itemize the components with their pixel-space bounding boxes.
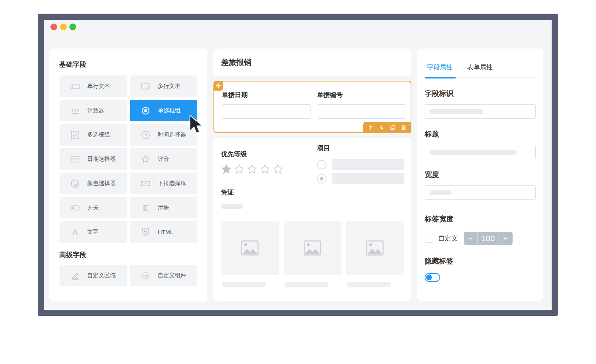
section-title-basic-fields: 基础字段: [59, 60, 207, 69]
single-line-text-icon: [69, 81, 81, 92]
voucher-placeholder: [221, 204, 243, 209]
rating-stars[interactable]: [221, 164, 311, 174]
tab-underline: [425, 77, 536, 78]
radio-option[interactable]: [317, 174, 326, 184]
field-type-single-line-text[interactable]: 单行文本: [60, 75, 127, 97]
option-placeholder: [332, 173, 404, 184]
title-input[interactable]: [425, 145, 536, 159]
field-id-input[interactable]: [425, 104, 536, 119]
stepper-decrease-button[interactable]: −: [464, 232, 477, 245]
radio-icon: [140, 105, 151, 116]
number-input[interactable]: [317, 104, 406, 119]
field-type-rate[interactable]: 评分: [130, 148, 197, 170]
caption-placeholder: [284, 282, 328, 287]
zoom-button[interactable]: [69, 24, 76, 30]
field-type-label: 单选框组: [158, 107, 180, 114]
svg-text:A: A: [72, 228, 78, 236]
input-placeholder: [430, 190, 452, 195]
input-placeholder: [430, 109, 483, 114]
field-type-slider[interactable]: 滑块: [130, 197, 197, 218]
field-type-custom-area[interactable]: 自定义区域: [60, 265, 127, 286]
rating-label: 优先等级: [221, 150, 311, 158]
field-type-select[interactable]: 下拉选择框: [130, 173, 197, 194]
field-type-radio-group[interactable]: 单选框组: [130, 100, 197, 121]
field-type-label: 文字: [87, 228, 99, 235]
field-type-textarea[interactable]: 多行文本: [130, 75, 197, 97]
field-type-label: 下拉选择框: [158, 180, 186, 187]
advanced-fields-grid: 自定义区域 自定义组件: [60, 265, 207, 286]
textarea-icon: [140, 81, 151, 92]
hide-label-toggle[interactable]: [425, 273, 440, 282]
attachment-captions: [221, 282, 404, 287]
properties-tabs: 字段属性 表单属性: [427, 63, 536, 72]
width-input[interactable]: [425, 185, 536, 200]
voucher-label: 凭证: [221, 188, 311, 197]
prop-label-label-width: 标签宽度: [425, 214, 536, 224]
form-title: 差旅报销: [221, 57, 251, 67]
prop-label-title: 标题: [425, 129, 536, 139]
selection-toolbar: [363, 122, 411, 133]
field-label: 单据编号: [317, 91, 406, 99]
stepper-increase-button[interactable]: +: [499, 232, 513, 245]
field-type-label: 颜色选择器: [87, 180, 116, 187]
rating-star: [260, 164, 270, 174]
field-type-html[interactable]: HTML: [130, 221, 197, 243]
prop-label-hide-label: 隐藏标签: [425, 256, 536, 266]
field-type-label: 计数器: [87, 107, 104, 114]
field-type-label: 评分: [158, 155, 169, 163]
svg-text:123: 123: [71, 108, 79, 113]
selected-field-group[interactable]: 单据日期 单据编号: [213, 81, 411, 133]
field-type-color-picker[interactable]: 颜色选择器: [60, 173, 127, 194]
minimize-button[interactable]: [60, 24, 67, 30]
text-icon: A: [69, 226, 81, 238]
select-icon: [140, 178, 151, 189]
move-icon: [216, 83, 221, 88]
prop-label-width: 宽度: [425, 170, 536, 180]
custom-component-icon: [140, 270, 151, 281]
field-type-label: 自定义组件: [158, 272, 186, 279]
radio-option[interactable]: [317, 160, 326, 169]
counter-icon: 123: [69, 105, 81, 116]
caption-placeholder: [347, 282, 391, 287]
drag-handle[interactable]: [213, 81, 223, 91]
move-down-icon[interactable]: [379, 124, 385, 130]
custom-checkbox[interactable]: [425, 234, 433, 243]
field-type-checkbox-group[interactable]: 多选框组: [60, 124, 127, 146]
rating-star: [273, 164, 283, 174]
color-icon: [69, 178, 81, 189]
field-type-date-picker[interactable]: 日期选择器: [60, 148, 127, 170]
stepper-value[interactable]: 100: [477, 232, 499, 245]
field-type-counter[interactable]: 123 计数器: [60, 100, 127, 121]
option-placeholder: [332, 159, 404, 170]
field-library-panel: 基础字段 单行文本 多行文本 123 计数器 单选框组: [49, 49, 207, 301]
tab-field-properties[interactable]: 字段属性: [427, 63, 453, 72]
slider-icon: [140, 202, 151, 213]
rating-star: [234, 164, 245, 174]
properties-panel: 字段属性 表单属性 字段标识 标题 宽度 标签宽度 自定义 − 100 + 隐藏…: [417, 49, 543, 301]
basic-fields-grid: 单行文本 多行文本 123 计数器 单选框组 多选框组: [60, 75, 207, 243]
copy-icon[interactable]: [390, 124, 396, 130]
html-icon: [140, 226, 151, 238]
field-type-switch[interactable]: 开关: [60, 197, 127, 218]
field-type-label: 多行文本: [158, 83, 180, 90]
date-input[interactable]: [222, 104, 311, 119]
checkbox-icon: [69, 129, 81, 141]
picture-icon: [304, 240, 321, 256]
project-option[interactable]: [317, 159, 404, 170]
attachment-thumbnails: [221, 221, 404, 275]
label-width-row: 自定义 − 100 +: [425, 232, 536, 245]
tab-form-properties[interactable]: 表单属性: [467, 63, 493, 72]
project-option[interactable]: [317, 173, 404, 184]
close-button[interactable]: [50, 24, 57, 30]
image-placeholder: [284, 221, 341, 275]
traffic-lights: [50, 24, 76, 30]
field-type-time-picker[interactable]: 时间选择器: [130, 124, 197, 146]
delete-icon[interactable]: [401, 124, 407, 130]
field-type-custom-component[interactable]: 自定义组件: [130, 265, 197, 286]
field-type-text[interactable]: A 文字: [60, 221, 127, 243]
input-placeholder: [430, 150, 517, 155]
project-label: 项目: [317, 144, 404, 152]
move-up-icon[interactable]: [368, 124, 374, 130]
rating-star: [247, 164, 257, 174]
app-window: 基础字段 单行文本 多行文本 123 计数器 单选框组: [38, 14, 558, 316]
